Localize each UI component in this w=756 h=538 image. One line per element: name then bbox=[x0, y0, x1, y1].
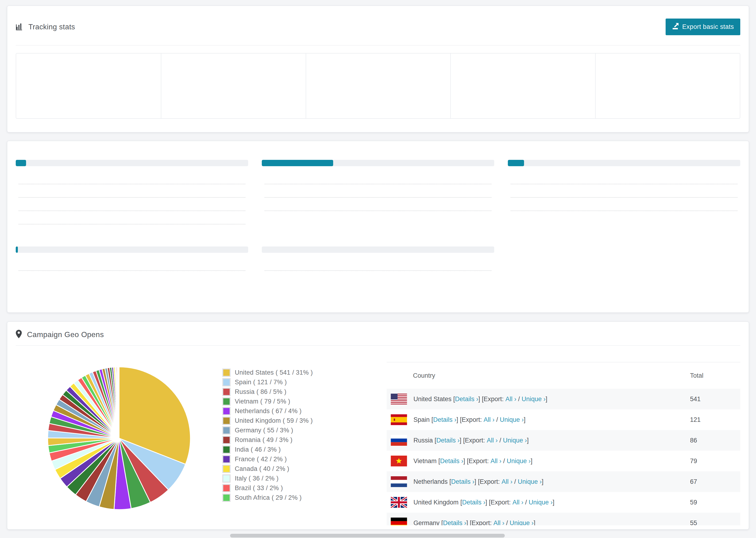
legend-label: United States ( 541 / 31% ) bbox=[235, 369, 313, 376]
export-all-link[interactable]: All › bbox=[490, 457, 502, 465]
rates-grid-bottom bbox=[16, 241, 740, 273]
dotted-leader bbox=[511, 184, 737, 184]
legend-item-spain: Spain ( 121 / 7% ) bbox=[222, 377, 387, 387]
geo-table: Country Total United States [Details ›] … bbox=[387, 362, 740, 525]
legend-label: Vietnam ( 79 / 5% ) bbox=[235, 398, 290, 405]
rate-detail-row bbox=[262, 259, 494, 273]
export-basic-stats-button[interactable]: Export basic stats bbox=[666, 19, 740, 35]
dotted-leader bbox=[265, 211, 491, 211]
rate-detail-row bbox=[16, 259, 248, 273]
tracking-stats-card: Tracking stats Export basic stats bbox=[7, 6, 749, 133]
dotted-leader bbox=[511, 197, 737, 198]
export-unique-link[interactable]: Unique › bbox=[522, 396, 546, 403]
country-label: Netherlands bbox=[413, 478, 449, 485]
country-label: Vietnam bbox=[413, 457, 438, 465]
rate-progress-bar bbox=[262, 160, 494, 166]
legend-item-canada: Canada ( 40 / 2% ) bbox=[222, 464, 387, 474]
legend-item-netherlands: Netherlands ( 67 / 4% ) bbox=[222, 406, 387, 416]
legend-label: United Kingdom ( 59 / 3% ) bbox=[235, 417, 313, 424]
legend-item-vietnam: Vietnam ( 79 / 5% ) bbox=[222, 397, 387, 406]
legend-label: Spain ( 121 / 7% ) bbox=[235, 379, 287, 386]
export-all-link[interactable]: All › bbox=[487, 437, 498, 444]
rate-progress-bar bbox=[508, 160, 740, 166]
rate-progress-fill bbox=[262, 160, 333, 166]
rate-detail-row bbox=[16, 199, 248, 213]
legend-item-south-africa: South Africa ( 29 / 2% ) bbox=[222, 493, 387, 503]
export-all-link[interactable]: All › bbox=[484, 416, 495, 423]
rate-progress-bar bbox=[262, 246, 494, 253]
stat-unsubscribes bbox=[306, 54, 450, 118]
legend-swatch bbox=[222, 378, 231, 386]
geo-table-header: Country Total bbox=[387, 362, 740, 389]
details-link[interactable]: Details › bbox=[462, 499, 485, 506]
details-link[interactable]: Details › bbox=[455, 396, 478, 403]
flag-spain bbox=[391, 414, 407, 425]
export-all-link[interactable]: All › bbox=[502, 478, 513, 485]
dotted-leader bbox=[19, 184, 245, 184]
rate-block-unsubscribe-rate bbox=[16, 241, 248, 273]
rate-block-bounce-rate bbox=[508, 154, 740, 226]
geo-table-row-spain: Spain [Details ›] [Export: All › / Uniqu… bbox=[387, 409, 740, 430]
legend-swatch bbox=[222, 455, 231, 463]
rate-detail-row bbox=[508, 186, 740, 199]
legend-label: Russia ( 86 / 5% ) bbox=[235, 388, 287, 396]
export-all-link[interactable]: All › bbox=[494, 519, 505, 525]
total-cell: 67 bbox=[690, 478, 740, 485]
country-label: Spain bbox=[413, 416, 432, 423]
geo-table-row-netherlands: Netherlands [Details ›] [Export: All › /… bbox=[387, 471, 740, 492]
rate-detail-row bbox=[16, 173, 248, 186]
country-cell: Germany [Details ›] [Export: All › / Uni… bbox=[387, 517, 690, 525]
export-unique-link[interactable]: Unique › bbox=[510, 519, 534, 525]
dotted-leader bbox=[19, 224, 245, 224]
rates-grid-top bbox=[16, 154, 740, 226]
column-header-country: Country bbox=[387, 372, 690, 379]
country-cell: Spain [Details ›] [Export: All › / Uniqu… bbox=[387, 414, 690, 425]
rate-block-opens-rate bbox=[262, 154, 494, 226]
details-link[interactable]: Details › bbox=[436, 437, 460, 444]
stat-opens bbox=[16, 54, 161, 118]
rate-detail-row bbox=[16, 213, 248, 226]
geo-table-row-germany: Germany [Details ›] [Export: All › / Uni… bbox=[387, 512, 740, 525]
rate-progress-fill bbox=[16, 246, 18, 253]
rate-block-clicks-rate bbox=[16, 154, 248, 226]
rate-progress-bar bbox=[16, 246, 248, 253]
details-link[interactable]: Details › bbox=[433, 416, 457, 423]
column-header-total: Total bbox=[690, 372, 740, 379]
details-link[interactable]: Details › bbox=[440, 457, 463, 465]
export-unique-link[interactable]: Unique › bbox=[500, 416, 524, 423]
export-all-link[interactable]: All › bbox=[513, 499, 523, 506]
country-cell: United States [Details ›] [Export: All ›… bbox=[387, 394, 690, 404]
stat-bounces bbox=[595, 54, 740, 118]
page-title: Tracking stats bbox=[28, 23, 75, 31]
legend-label: Romania ( 49 / 3% ) bbox=[235, 436, 293, 444]
legend-swatch bbox=[222, 494, 231, 502]
legend-item-india: India ( 46 / 3% ) bbox=[222, 445, 387, 455]
legend-swatch bbox=[222, 484, 231, 492]
geo-table-body: United States [Details ›] [Export: All ›… bbox=[387, 389, 740, 525]
export-unique-link[interactable]: Unique › bbox=[507, 457, 531, 465]
dotted-leader bbox=[19, 211, 245, 211]
stat-complaints bbox=[450, 54, 595, 118]
export-all-link[interactable]: All › bbox=[506, 396, 516, 403]
legend-label: Canada ( 40 / 2% ) bbox=[235, 465, 289, 472]
tracking-stats-header: Tracking stats Export basic stats bbox=[16, 6, 740, 45]
horizontal-scrollbar-thumb[interactable] bbox=[230, 534, 505, 538]
flag-united-states bbox=[391, 394, 407, 404]
dotted-leader bbox=[265, 197, 491, 198]
export-unique-link[interactable]: Unique › bbox=[529, 499, 553, 506]
geo-table-row-vietnam: Vietnam [Details ›] [Export: All › / Uni… bbox=[387, 451, 740, 471]
geo-table-row-russia: Russia [Details ›] [Export: All › / Uniq… bbox=[387, 430, 740, 451]
export-unique-link[interactable]: Unique › bbox=[518, 478, 542, 485]
country-label: United States bbox=[413, 396, 453, 403]
location-pin-icon bbox=[16, 330, 22, 339]
country-label: United Kingdom bbox=[413, 499, 460, 506]
legend-swatch bbox=[222, 465, 231, 473]
export-unique-link[interactable]: Unique › bbox=[503, 437, 527, 444]
dotted-leader bbox=[19, 197, 245, 198]
country-label: Russia bbox=[413, 437, 435, 444]
details-link[interactable]: Details › bbox=[451, 478, 474, 485]
details-link[interactable]: Details › bbox=[443, 519, 466, 525]
dotted-leader bbox=[265, 184, 491, 184]
total-cell: 541 bbox=[690, 396, 740, 403]
rate-detail-row bbox=[262, 199, 494, 213]
